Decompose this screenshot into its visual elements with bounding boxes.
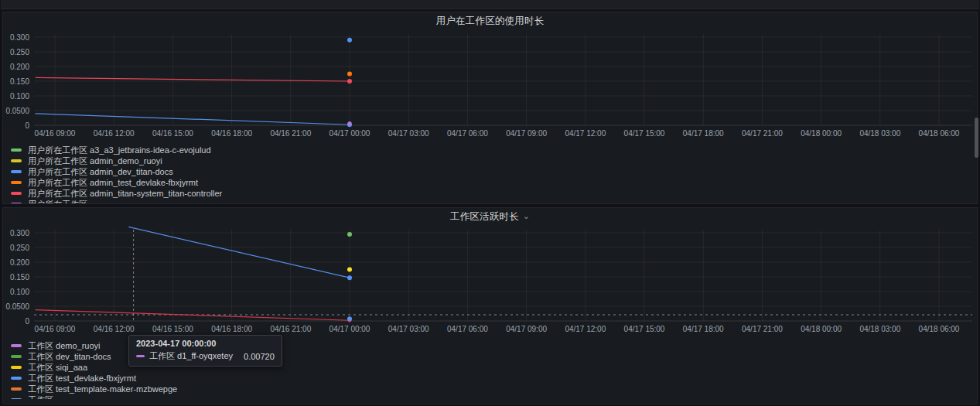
svg-text:04/16 12:00: 04/16 12:00 — [94, 325, 135, 333]
series-color-marker-icon — [11, 181, 22, 184]
svg-text:04/18 00:00: 04/18 00:00 — [801, 325, 842, 333]
svg-text:04/17 15:00: 04/17 15:00 — [624, 129, 665, 138]
scrollbar-thumb[interactable] — [975, 118, 978, 158]
legend-item[interactable]: 工作区 test_devlake-fbxjyrmt — [11, 373, 977, 384]
series-color-marker-icon — [11, 366, 22, 369]
svg-text:0.100: 0.100 — [10, 288, 29, 296]
svg-text:0.300: 0.300 — [10, 33, 29, 42]
svg-text:04/18 03:00: 04/18 03:00 — [859, 129, 900, 138]
legend-label: 工作区 dev_titan-docs — [28, 351, 111, 363]
svg-text:04/17 15:00: 04/17 15:00 — [624, 325, 665, 333]
panel-user-usage-duration: 用户在工作区的使用时长 00.05000.1000.1500.2000.2500… — [2, 12, 978, 204]
svg-text:04/17 03:00: 04/17 03:00 — [388, 325, 429, 333]
svg-text:04/17 09:00: 04/17 09:00 — [506, 325, 547, 333]
svg-text:0: 0 — [25, 317, 29, 326]
series-color-marker-icon — [11, 377, 22, 380]
svg-text:04/18 03:00: 04/18 03:00 — [859, 325, 900, 333]
series-color-marker-icon — [11, 203, 22, 203]
svg-text:04/17 03:00: 04/17 03:00 — [388, 129, 429, 138]
legend-label: 工作区 test_template-maker-mzbwepge — [28, 384, 177, 395]
legend-item[interactable]: 工作区 — [11, 394, 977, 399]
legend-item[interactable]: 用户所在工作区 admin_demo_ruoyi — [11, 155, 977, 166]
svg-text:04/17 06:00: 04/17 06:00 — [447, 129, 488, 138]
svg-text:04/17 06:00: 04/17 06:00 — [447, 325, 488, 333]
svg-text:04/16 09:00: 04/16 09:00 — [35, 129, 76, 138]
series-color-marker-icon — [11, 344, 22, 347]
svg-text:04/18 06:00: 04/18 06:00 — [919, 325, 960, 333]
svg-text:04/17 12:00: 04/17 12:00 — [565, 325, 606, 333]
series-color-marker-icon — [11, 398, 22, 399]
svg-text:04/17 09:00: 04/17 09:00 — [506, 129, 547, 138]
svg-text:04/18 06:00: 04/18 06:00 — [919, 129, 960, 138]
time-series-chart-workspace-active[interactable]: 00.05000.1000.1500.2000.2500.30004/16 09… — [3, 225, 977, 338]
chart-legend: 用户所在工作区 a3_a3_jetbrains-idea-c-evojulud用… — [11, 145, 977, 203]
series-color-marker-icon — [136, 355, 145, 357]
svg-text:04/18 00:00: 04/18 00:00 — [801, 129, 842, 138]
legend-item[interactable]: 用户所在工作区 a3_a3_jetbrains-idea-c-evojulud — [11, 145, 977, 155]
svg-text:04/17 21:00: 04/17 21:00 — [742, 325, 783, 333]
legend-item[interactable]: 用户所在工作区 admin_dev_titan-docs — [11, 166, 977, 177]
legend-label: 用户所在工作区 a3_a3_jetbrains-idea-c-evojulud — [28, 145, 211, 156]
legend-item[interactable]: 用户所在工作区 admin_titan-system_titan-control… — [11, 188, 977, 199]
legend-item[interactable]: 用户所在工作区 admin_test_devlake-fbxjyrmt — [11, 177, 977, 188]
svg-text:04/16 09:00: 04/16 09:00 — [35, 325, 76, 333]
time-series-chart-user-usage[interactable]: 00.05000.1000.1500.2000.2500.30004/16 09… — [3, 29, 977, 142]
svg-text:0.300: 0.300 — [10, 229, 29, 237]
svg-text:0.150: 0.150 — [10, 273, 29, 281]
chart-tooltip: 2023-04-17 00:00:00 工作区 d1_ff-oyqxetey 0… — [128, 335, 282, 367]
grafana-dashboard: 用户在工作区的使用时长 00.05000.1000.1500.2000.2500… — [0, 0, 980, 406]
legend-label: 用户所在工作区 admin_titan-system_titan-control… — [28, 188, 222, 200]
series-color-marker-icon — [11, 159, 22, 162]
svg-text:04/16 18:00: 04/16 18:00 — [211, 325, 252, 333]
panel-header[interactable]: 工作区活跃时长 ⌄ — [3, 208, 977, 225]
series-color-marker-icon — [11, 387, 22, 391]
svg-text:04/17 18:00: 04/17 18:00 — [683, 325, 724, 333]
legend-label: 工作区 test_devlake-fbxjyrmt — [28, 373, 136, 384]
legend-label: 工作区 demo_ruoyi — [28, 340, 101, 352]
svg-text:04/16 21:00: 04/16 21:00 — [270, 325, 311, 333]
panel-workspace-active-duration: 工作区活跃时长 ⌄ 00.05000.1000.1500.2000.2500.3… — [2, 207, 978, 404]
series-color-marker-icon — [11, 170, 22, 173]
legend-item[interactable]: 用户所在工作区 — [11, 199, 977, 203]
series-color-marker-icon — [11, 148, 22, 152]
series-color-marker-icon — [11, 192, 22, 195]
svg-text:0.0500: 0.0500 — [5, 107, 29, 115]
svg-text:0.200: 0.200 — [10, 258, 29, 267]
tooltip-timestamp: 2023-04-17 00:00:00 — [136, 339, 275, 348]
series-color-marker-icon — [11, 355, 22, 358]
panel-above-edge — [1, 0, 979, 9]
panel-header[interactable]: 用户在工作区的使用时长 — [3, 12, 977, 29]
svg-text:04/16 21:00: 04/16 21:00 — [270, 129, 311, 138]
tooltip-series-row: 工作区 d1_ff-oyqxetey 0.00720 — [136, 350, 275, 362]
svg-text:0.0500: 0.0500 — [5, 302, 29, 311]
svg-text:04/16 12:00: 04/16 12:00 — [94, 129, 135, 138]
svg-text:0.150: 0.150 — [10, 77, 29, 86]
tooltip-series-label: 工作区 d1_ff-oyqxetey — [149, 350, 233, 362]
svg-text:0.250: 0.250 — [10, 244, 29, 252]
panel-title[interactable]: 用户在工作区的使用时长 — [436, 15, 545, 28]
legend-label: 工作区 — [28, 394, 53, 400]
svg-text:04/16 15:00: 04/16 15:00 — [152, 129, 193, 138]
legend-item[interactable]: 工作区 test_template-maker-mzbwepge — [11, 384, 977, 394]
svg-text:0.250: 0.250 — [10, 48, 29, 56]
svg-text:04/17 00:00: 04/17 00:00 — [330, 129, 370, 138]
svg-text:0.200: 0.200 — [10, 63, 29, 71]
panel-title[interactable]: 工作区活跃时长 — [450, 210, 519, 223]
chevron-down-icon[interactable]: ⌄ — [523, 212, 530, 220]
svg-text:04/17 21:00: 04/17 21:00 — [742, 129, 783, 138]
svg-text:0.100: 0.100 — [10, 92, 29, 101]
tooltip-value: 0.00720 — [244, 352, 275, 361]
legend-label: 用户所在工作区 — [28, 199, 87, 204]
svg-text:04/16 15:00: 04/16 15:00 — [152, 325, 193, 333]
legend-label: 工作区 siqi_aaa — [28, 362, 87, 374]
legend-label: 用户所在工作区 admin_demo_ruoyi — [28, 155, 162, 167]
svg-text:0: 0 — [25, 121, 29, 130]
svg-text:04/17 12:00: 04/17 12:00 — [565, 129, 606, 138]
svg-text:04/17 00:00: 04/17 00:00 — [330, 325, 370, 333]
legend-label: 用户所在工作区 admin_dev_titan-docs — [28, 166, 173, 178]
svg-text:04/16 18:00: 04/16 18:00 — [211, 129, 252, 138]
svg-text:04/17 18:00: 04/17 18:00 — [683, 129, 724, 138]
legend-label: 用户所在工作区 admin_test_devlake-fbxjyrmt — [28, 177, 198, 189]
